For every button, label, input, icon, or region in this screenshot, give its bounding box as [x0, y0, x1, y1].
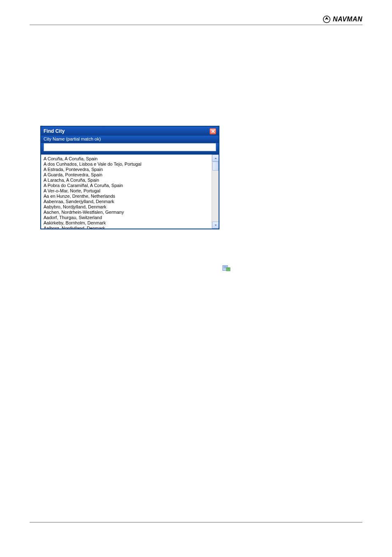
- scroll-up-button[interactable]: [212, 155, 219, 162]
- close-button[interactable]: [210, 128, 216, 134]
- input-area: [41, 143, 219, 155]
- list-item[interactable]: A dos Cunhados, Lisboa e Vale do Tejo, P…: [44, 162, 209, 167]
- brand-logo-icon: [323, 16, 330, 23]
- scrollbar: [212, 155, 219, 229]
- list-item[interactable]: Aabenraa, Sønderjylland, Denmark: [44, 199, 209, 204]
- page-footer: [30, 522, 362, 522]
- brand: NAVMAN: [323, 16, 362, 23]
- page-header: NAVMAN: [30, 16, 362, 25]
- city-name-input[interactable]: [44, 143, 216, 151]
- list-item[interactable]: A Coruña, A Coruña, Spain: [44, 156, 209, 162]
- scroll-thumb[interactable]: [212, 162, 219, 171]
- list-item[interactable]: Aalborg, Nordjylland, Denmark: [44, 226, 209, 229]
- list-item[interactable]: A Guarda, Pontevedra, Spain: [44, 172, 209, 178]
- list-item[interactable]: Aabybro, Nordjylland, Denmark: [44, 204, 209, 210]
- list-item[interactable]: Aa en Hunze, Drenthe, Netherlands: [44, 194, 209, 199]
- close-icon: [211, 129, 215, 133]
- find-city-dialog: Find City City Name (partial match ok) A…: [40, 126, 219, 229]
- list-item[interactable]: Aakirkeby, Bornholm, Denmark: [44, 220, 209, 226]
- list-item[interactable]: Aachen, Nordrhein-Westfalen, Germany: [44, 210, 209, 215]
- chevron-down-icon: [214, 224, 217, 227]
- map-tool-icon: [222, 264, 231, 272]
- dialog-titlebar: Find City: [41, 127, 219, 136]
- dialog-title: Find City: [44, 128, 65, 134]
- brand-text: NAVMAN: [333, 16, 362, 23]
- list-item[interactable]: A Laracha, A Coruña, Spain: [44, 178, 209, 183]
- city-list: A Coruña, A Coruña, Spain A dos Cunhados…: [41, 155, 212, 229]
- list-item[interactable]: A Pobra do Caramiñal, A Coruña, Spain: [44, 183, 209, 188]
- chevron-up-icon: [214, 157, 217, 160]
- list-item[interactable]: A Ver-o-Mar, Norte, Portugal: [44, 188, 209, 194]
- list-item[interactable]: Aadorf, Thurgau, Switzerland: [44, 215, 209, 220]
- city-list-container: A Coruña, A Coruña, Spain A dos Cunhados…: [41, 155, 219, 229]
- list-item[interactable]: A Estrada, Pontevedra, Spain: [44, 167, 209, 172]
- scroll-down-button[interactable]: [212, 222, 219, 229]
- dialog-sublabel: City Name (partial match ok): [41, 136, 219, 143]
